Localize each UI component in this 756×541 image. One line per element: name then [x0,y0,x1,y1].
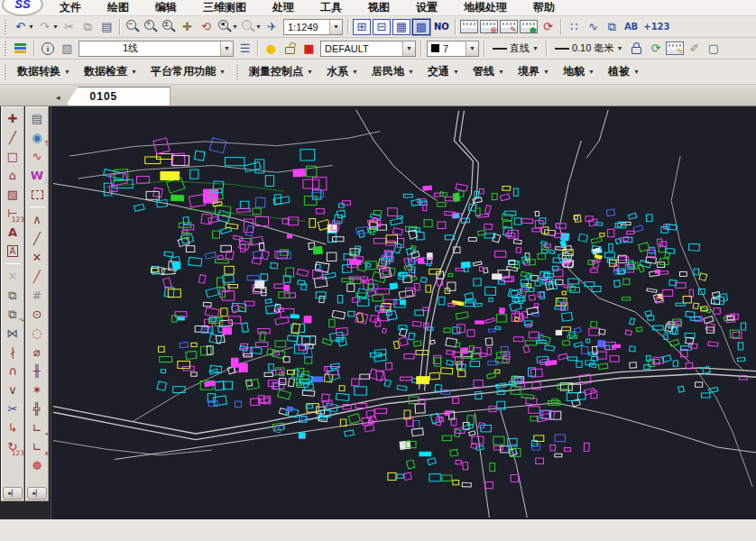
selection-box-icon[interactable] [27,185,47,204]
menu-item-4[interactable]: 处理 [272,0,294,15]
btn-platform-functions[interactable]: 平台常用功能▼ [144,62,233,82]
image-icon[interactable]: ▧ [58,40,77,58]
menu-item-9[interactable]: 帮助 [533,0,555,15]
points-icon[interactable]: ∷ [565,18,584,36]
text-style-icon[interactable]: AB [622,22,641,32]
lineweight-combo-dropdown[interactable]: ▼ [613,45,625,51]
coord-axis-icon[interactable]: ∟• [27,418,47,437]
btn-pipeline[interactable]: 管线▼ [466,62,512,82]
menu-item-3[interactable]: 三维测图 [203,0,246,15]
text-style-icon[interactable]: A [3,242,23,261]
menu-item-1[interactable]: 绘图 [107,0,129,15]
tab-scroll-left-icon[interactable]: ◂ [56,93,60,102]
linetype-combo-dropdown[interactable]: ▼ [530,45,541,51]
btn-landform[interactable]: 地貌▼ [557,62,602,82]
grid-point-icon[interactable]: # [27,286,47,305]
line-node-icon[interactable]: ╱ [27,229,47,248]
drawing-tab-0105[interactable]: 0105 [66,87,171,105]
toolbar-more-button[interactable]: ▸▏ [3,487,23,500]
table-icon[interactable]: ▦ [392,19,410,35]
notes-icon[interactable]: ✎ [666,41,684,55]
fly-view-icon[interactable]: ✈ [263,18,281,36]
circle-tangent-icon[interactable]: ⌀ [27,343,47,362]
wave-icon[interactable]: ∿ [584,18,603,36]
layer-color-icon[interactable]: ■ [300,40,318,58]
coord-axis-x-icon[interactable]: ∟x [27,437,47,456]
btn-data-convert[interactable]: 数据转换▼ [11,62,78,82]
break-icon[interactable]: ∤ [3,343,23,362]
toolbar-area-icon[interactable]: ● [520,20,538,33]
notebook-icon[interactable]: ▤ [27,109,47,128]
zoom-in-icon[interactable]: + [142,18,160,36]
star-icon[interactable]: ✶ [27,381,47,399]
undo-icon[interactable]: ↶ [11,18,30,36]
symbol-w-icon[interactable]: W∴ [27,166,47,185]
arc-edit-icon[interactable]: ∩ [3,362,23,381]
draw-line-icon[interactable]: ╱ [3,128,23,147]
layer-combo[interactable]: 1线▼ [78,41,234,57]
menu-item-7[interactable]: 设置 [416,0,438,15]
zoom-all-icon[interactable]: ⊟ [373,19,391,35]
btn-residential[interactable]: 居民地▼ [365,62,421,82]
hatch-icon[interactable]: ▨ [3,185,23,204]
toolbar-more-button[interactable]: ▸▏ [27,487,47,500]
brush-icon[interactable]: ✐ [685,40,704,58]
dashed-circle-icon[interactable]: ◌ [27,324,47,343]
linetype-combo[interactable]: 直线▼ [490,41,541,57]
blocks-icon[interactable]: ⧉ [603,18,622,36]
coord-label-icon[interactable]: ↻123 [3,437,23,456]
menu-item-0[interactable]: 文件 [60,0,81,15]
style-combo-dropdown[interactable]: ▼ [402,41,415,56]
globe-icon[interactable]: ◉T [27,128,47,147]
dimension-icon[interactable]: ⊢123 [3,204,23,223]
no-display-icon[interactable]: NO [431,22,452,32]
btn-traffic[interactable]: 交通▼ [421,62,466,82]
node-line-icon[interactable]: ∧ [27,210,47,229]
layer-stack-icon[interactable]: ☰ [235,40,254,58]
offset-icon[interactable]: ↳ [3,418,23,437]
toolbar-ruler-icon[interactable] [460,20,478,33]
mirror-icon[interactable]: ⋈ [3,324,23,343]
axis-line-icon[interactable]: ╫ [27,362,47,381]
rotate-view-icon[interactable]: ⟲ [197,18,216,36]
menu-item-6[interactable]: 视图 [368,0,390,15]
scale-combo-dropdown[interactable]: ▼ [329,20,342,34]
zoom-window-icon[interactable]: □ [239,18,257,36]
erase-icon[interactable]: ✕ [3,267,23,286]
scale-combo[interactable]: 1:1249▼ [283,19,343,35]
color-combo-dropdown[interactable]: ▼ [466,41,478,56]
cut-icon[interactable]: ✂ [60,18,78,36]
btn-data-check[interactable]: 数据检查▼ [78,62,144,82]
style-combo[interactable]: DEFAULT▼ [320,41,416,57]
copy-icon[interactable]: ⧉ [78,18,97,36]
btn-water-system[interactable]: 水系▼ [320,62,365,82]
pan-icon[interactable]: ✚ [178,18,197,36]
orbit-icon[interactable]: ⟳ [539,18,558,36]
zoom-scale-icon[interactable]: ± [160,18,178,36]
menu-item-5[interactable]: 工具 [320,0,342,15]
number-annotate-icon[interactable]: +123 [641,22,672,32]
btn-control-points[interactable]: 测量控制点▼ [243,62,320,82]
btn-boundary[interactable]: 境界▼ [512,62,557,82]
color-combo[interactable]: 7▼ [427,41,479,57]
draw-rect-icon[interactable]: □ [3,147,23,166]
text-icon[interactable]: A [3,223,23,242]
lock-icon[interactable] [632,47,641,54]
grid-icon[interactable]: ▩ [412,19,430,35]
cross-line-icon[interactable]: ╬ [27,399,47,418]
draw-point-icon[interactable]: ✚ [3,109,23,128]
refresh-icon[interactable]: ⟳ [646,40,665,58]
layer-on-bulb-icon[interactable]: ● [262,40,281,58]
clip-icon[interactable]: ✂ [3,399,23,418]
menu-item-8[interactable]: 地模处理 [464,0,507,15]
toolbar-target-icon[interactable]: ⊕ [480,20,498,33]
toolbar-edit-icon[interactable]: ✎ [500,20,518,33]
map-canvas[interactable] [51,106,756,519]
layer-combo-dropdown[interactable]: ▼ [220,41,233,56]
paste-icon[interactable]: ▤ [97,18,116,36]
circle-center-icon[interactable]: ⊙ [27,305,47,324]
rotate-copy-icon[interactable]: ⧉↷ [3,305,23,324]
btn-vegetation[interactable]: 植被▼ [602,62,647,82]
notch-icon[interactable]: ∨ [3,381,23,399]
red-line-icon[interactable]: ╱ [27,267,47,286]
